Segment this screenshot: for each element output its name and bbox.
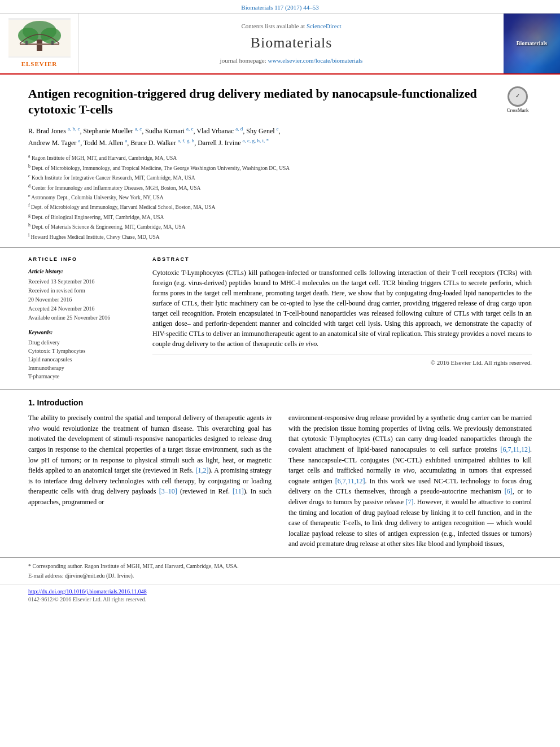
accepted-date: Accepted 24 November 2016: [28, 305, 141, 313]
elsevier-brand: ELSEVIER: [21, 60, 58, 68]
intro-text-left: The ability to precisely control the spa…: [28, 413, 272, 507]
journal-header: ELSEVIER Contents lists available at Sci…: [0, 14, 560, 74]
article-info-abstract: ARTICLE INFO Article history: Received 1…: [0, 248, 560, 390]
affiliation-h: h Dept. of Materials Science & Engineeri…: [28, 222, 532, 231]
abstract-in-vivo: in vivo.: [299, 340, 318, 348]
svg-point-3: [41, 28, 61, 43]
introduction-section: 1. Introduction The ability to precisely…: [0, 390, 560, 557]
keyword-4: Immunotherapy: [28, 364, 141, 372]
article-header: Antigen recognition-triggered drug deliv…: [0, 75, 560, 248]
affiliation-d: d Center for Immunology and Inflammatory…: [28, 183, 532, 192]
received-revised-label: Received in revised form: [28, 287, 141, 295]
journal-title: Biomaterials: [251, 33, 333, 53]
crossmark-icon: ✓: [508, 86, 528, 107]
contents-available: Contents lists available at ScienceDirec…: [241, 22, 341, 30]
journal-reference: Biomaterials 117 (2017) 44–53: [241, 4, 318, 11]
ref-11[interactable]: [11]: [233, 487, 244, 495]
svg-rect-6: [25, 41, 28, 45]
copyright-notice: © 2016 Elsevier Ltd. All rights reserved…: [152, 355, 532, 367]
abstract-column: ABSTRACT Cytotoxic T-Lymphocytes (CTLs) …: [152, 256, 532, 381]
journal-center-info: Contents lists available at ScienceDirec…: [79, 14, 504, 73]
journal-reference-bar: Biomaterials 117 (2017) 44–53: [0, 0, 560, 14]
cover-journal-name: Biomaterials: [517, 40, 547, 47]
intro-two-columns: The ability to precisely control the spa…: [28, 413, 532, 549]
journal-cover-image: Biomaterials: [504, 14, 560, 73]
keyword-3: Lipid nanocapsules: [28, 356, 141, 364]
ref-1-2[interactable]: [1,2]: [195, 466, 208, 474]
corresponding-author-note: * Corresponding author. Ragon Institute …: [28, 562, 532, 570]
elsevier-tree-svg: [8, 20, 71, 56]
svg-rect-7: [51, 41, 54, 45]
article-info-column: ARTICLE INFO Article history: Received 1…: [28, 256, 141, 381]
svg-point-2: [18, 28, 38, 43]
elsevier-logo-block: ELSEVIER: [0, 14, 79, 73]
intro-col-right: environment-responsive drug release prov…: [288, 413, 532, 549]
affiliation-b: b Dept. of Microbiology, Immunology, and…: [28, 163, 532, 172]
doi-link[interactable]: http://dx.doi.org/10.1016/j.biomaterials…: [28, 588, 147, 595]
abstract-body: Cytotoxic T-Lymphocytes (CTLs) kill path…: [152, 268, 532, 349]
received-revised-date: 20 November 2016: [28, 296, 141, 304]
intro-col-left: The ability to precisely control the spa…: [28, 413, 272, 549]
elsevier-illustration: [8, 18, 71, 58]
affiliation-c: c Koch Institute for Integrative Cancer …: [28, 173, 532, 182]
ref-6-7-11-12[interactable]: [6,7,11,12]: [500, 445, 530, 453]
email-note: E-mail address: djirvine@mit.edu (DJ. Ir…: [28, 572, 532, 580]
keywords-label: Keywords:: [28, 329, 141, 337]
affiliations-list: a Ragon Institute of MGH, MIT, and Harva…: [28, 153, 532, 241]
affiliation-f: f Dept. of Microbiology and Immunology, …: [28, 202, 532, 211]
ref-7b[interactable]: [7]: [405, 498, 413, 506]
affiliation-e: e Astronomy Dept., Columbia University, …: [28, 193, 532, 202]
available-online: Available online 25 November 2016: [28, 314, 141, 322]
intro-section-number: 1. Introduction: [28, 397, 532, 409]
affiliation-g: g Dept. of Biological Engineering, MIT, …: [28, 212, 532, 221]
abstract-heading: ABSTRACT: [152, 256, 532, 263]
sciencedirect-link[interactable]: ScienceDirect: [307, 23, 342, 29]
received-date: Received 13 September 2016: [28, 278, 141, 286]
keyword-2: Cytotoxic T lymphocytes: [28, 347, 141, 355]
doi-bottom: http://dx.doi.org/10.1016/j.biomaterials…: [0, 584, 560, 606]
article-info-heading: ARTICLE INFO: [28, 256, 141, 263]
authors-line: R. Brad Jones a, b, c, Stephanie Mueller…: [28, 125, 532, 148]
article-title: Antigen recognition-triggered drug deliv…: [28, 86, 532, 118]
issn-copyright: 0142-9612/© 2016 Elsevier Ltd. All right…: [28, 596, 146, 602]
affiliation-a: a Ragon Institute of MGH, MIT, and Harva…: [28, 153, 532, 162]
article-history-label: Article history:: [28, 268, 141, 276]
crossmark-label: CrossMark: [507, 108, 529, 113]
keyword-1: Drug delivery: [28, 339, 141, 347]
journal-homepage: journal homepage: www.elsevier.com/locat…: [220, 56, 363, 65]
crossmark-badge[interactable]: ✓ CrossMark: [504, 86, 532, 114]
ref-6-7-11-12b[interactable]: [6,7,11,12]: [335, 477, 365, 485]
affiliation-i: i Howard Hughes Medical Institute, Chevy…: [28, 232, 532, 241]
ref-3-10[interactable]: [3–10]: [159, 487, 177, 495]
intro-text-right: environment-responsive drug release prov…: [288, 413, 532, 549]
journal-homepage-link[interactable]: www.elsevier.com/locate/biomaterials: [268, 57, 363, 64]
footnotes: * Corresponding author. Ragon Institute …: [0, 557, 560, 584]
keyword-5: T-pharmacyte: [28, 373, 141, 381]
ref-6b[interactable]: [6]: [505, 487, 513, 495]
